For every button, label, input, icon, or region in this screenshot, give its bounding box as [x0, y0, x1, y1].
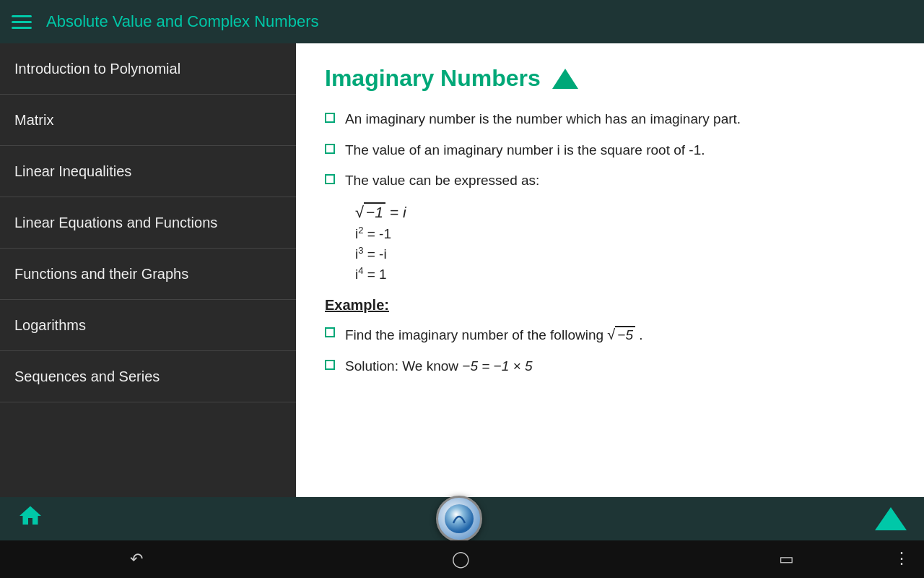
top-bar: Absolute Value and Complex Numbers — [0, 0, 924, 43]
sidebar-item-linear-equations[interactable]: Linear Equations and Functions — [0, 197, 296, 249]
math-line-i4: i4 = 1 — [355, 265, 895, 282]
scroll-up-button[interactable] — [875, 507, 907, 530]
math-line-i2: i2 = -1 — [355, 225, 895, 242]
main-area: Introduction to Polynomial Matrix Linear… — [0, 43, 924, 497]
recent-apps-button[interactable]: ▭ — [779, 550, 794, 569]
bullet-item-2: The value of an imaginary number i is th… — [325, 140, 895, 161]
sidebar: Introduction to Polynomial Matrix Linear… — [0, 43, 296, 497]
sidebar-item-matrix[interactable]: Matrix — [0, 95, 296, 146]
bullet-square — [325, 174, 335, 184]
menu-button[interactable] — [12, 15, 32, 29]
bullet-square — [325, 144, 335, 154]
back-button[interactable]: ↶ — [130, 550, 143, 569]
math-line-sqrt: √−1 = i — [355, 203, 895, 222]
bullet-square — [325, 360, 335, 370]
bullet-square — [325, 327, 335, 337]
example-bullet-1: Find the imaginary number of the followi… — [325, 324, 895, 346]
bottom-nav — [0, 497, 924, 540]
sidebar-item-sequences-series[interactable]: Sequences and Series — [0, 351, 296, 402]
bullet-item-1: An imaginary number is the number which … — [325, 109, 895, 130]
example-bullet-list: Find the imaginary number of the followi… — [325, 324, 895, 376]
bullet-item-3: The value can be expressed as: — [325, 171, 895, 191]
sidebar-item-logarithms[interactable]: Logarithms — [0, 300, 296, 351]
math-formulas: √−1 = i i2 = -1 i3 = -i i4 = 1 — [355, 203, 895, 283]
sidebar-item-linear-inequalities[interactable]: Linear Inequalities — [0, 146, 296, 197]
android-nav-bar: ↶ ◯ ▭ ⋮ — [0, 540, 924, 578]
android-home-button[interactable]: ◯ — [452, 550, 470, 569]
top-icons — [899, 15, 912, 28]
more-options-button[interactable]: ⋮ — [894, 549, 910, 568]
home-button[interactable] — [17, 503, 43, 535]
content-title: Imaginary Numbers — [325, 65, 541, 92]
app-logo[interactable] — [436, 496, 482, 542]
sidebar-item-functions-graphs[interactable]: Functions and their Graphs — [0, 249, 296, 300]
example-bullet-2: Solution: We know −5 = −1 × 5 — [325, 356, 895, 377]
sidebar-item-intro-polynomial[interactable]: Introduction to Polynomial — [0, 43, 296, 95]
bullet-list: An imaginary number is the number which … — [325, 109, 895, 191]
page-title: Absolute Value and Complex Numbers — [46, 12, 899, 31]
collapse-button[interactable] — [552, 69, 578, 89]
content-header: Imaginary Numbers — [325, 65, 895, 92]
svg-point-0 — [445, 504, 474, 533]
example-heading: Example: — [325, 297, 895, 314]
bullet-square — [325, 113, 335, 123]
content-panel: Imaginary Numbers An imaginary number is… — [296, 43, 924, 497]
math-line-i3: i3 = -i — [355, 245, 895, 262]
